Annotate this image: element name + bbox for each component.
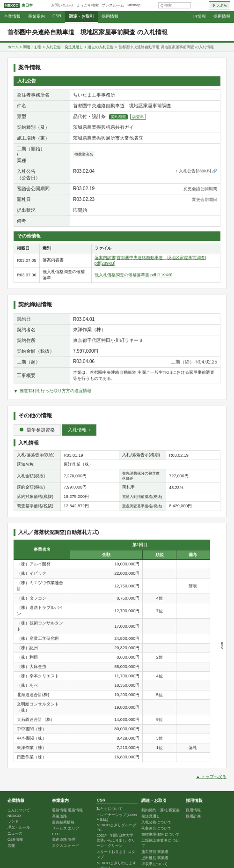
footer-link[interactable]: 施工整理 事業者 [141,849,182,854]
nav-item-csr[interactable]: CSR [49,11,65,23]
footer-link[interactable]: 広報 [7,843,48,848]
footer-link[interactable]: 落案連合について [141,826,182,831]
tab-bid[interactable]: 入札情報 › [62,424,96,436]
footer-col-title: 企業情報 [7,798,48,805]
other-table-row: R03.07.06 低入札価格調査の候補落輩 低入札価格調査の候補落輩書.pdf… [14,267,220,283]
company-rank: 4位 [143,594,176,603]
footer-link[interactable]: 2021年 年間/日本大学 普通からふり出し グリーン・グリーン [96,833,137,848]
company-name: （株）幸本クリエスト [14,672,70,681]
footer-link[interactable]: サービス エリア [52,826,93,831]
company-rank: 4位 [143,672,176,681]
footer-link[interactable]: 道路結果情報 [52,820,93,825]
footer-col: 企業情報こんについてNEXCOランド理念・ルールニュースCSR情報広報 [7,798,48,868]
footer-link[interactable]: 理念・ルール [7,825,48,830]
table-row: 工事概要 本業は、首都圏中央連絡自動車道 主圏こ一般生TK山における家屋事前調査… [14,368,220,384]
other-file-2[interactable]: 低入札価格調査の候補落輩書.pdf [119KB] [91,267,220,283]
footer-link[interactable]: こんについて [7,808,48,813]
nav-item-company[interactable]: 企業情報 [0,11,24,23]
breadcrumb-bids[interactable]: 入札公告・発注見通し [46,45,83,49]
other-table-header: 掲載日 種別 ファイル [14,244,220,253]
nav-item-procurement[interactable]: 調達・お取引 [65,11,98,23]
footer-link[interactable]: 採用計画 [186,814,227,819]
footer-link[interactable]: NEXCO [7,814,48,818]
label-location-s: 契約種別（及） [14,122,70,133]
header-link-sitemap[interactable]: Sitemap [127,3,140,8]
open-date-change-label: 変更会期開日 [192,197,217,203]
breadcrumb-home[interactable]: ホーム [7,45,19,49]
tab-competitor[interactable]: 競争参加資格 [14,424,61,436]
bid-table-row: （株）イビック 22,000,000円 [14,569,210,579]
nav-utility-recruit[interactable]: 採用情報 [210,11,234,23]
footer-link[interactable]: ランド [7,819,48,824]
bid-table-row: 大石義連合計（株） 14,030,000円 9位 [14,715,210,725]
table-row: 審議会公開期間 R03.02.19 変更会議公開期間 [14,184,220,194]
footer-link[interactable]: NEXCOまきり出します レポート [96,861,137,868]
value-design-price: 18,275,000円 [61,492,119,502]
header-link-welcome[interactable]: ようこそ検索 [76,3,99,8]
other-info-title: その他情報 [14,231,220,241]
company-note [176,653,210,662]
header-link-contact[interactable]: お問い合わせ [51,3,73,8]
breadcrumb-procurement[interactable]: 調達・お引 [23,45,42,49]
company-note: 辞表 [176,579,210,594]
footer-link[interactable]: 高速道路 [52,814,93,819]
label-name: 件名 [14,101,70,111]
value-contract-amt: 7,997,000円 [61,483,119,492]
company-rank [143,560,176,569]
main-content: 案件情報 入札公告 発注者事務所名 ちいたま工事事務所 件名 首都圏中央連絡自動… [0,52,234,791]
col-company: 事業者名 [14,540,70,560]
value-contract-amount: 7,997,000円 [70,346,220,357]
footer-link[interactable]: NEXCOまきりグループFC [96,823,137,832]
col-rank: 順位 [143,550,176,560]
company-rank [143,753,176,762]
top-link-anchor[interactable]: ▲ トップへ戻る [196,774,227,779]
nav-item-recruit[interactable]: 採用情報 [98,11,122,23]
company-name: （株）アルイ開発 [14,560,70,569]
footer-link[interactable]: ネクスコ オード [52,843,93,848]
table-row: 契約日 R03.04.01 [14,314,220,325]
value-issuer: ちいたま工事事務所 [70,90,220,101]
footer-link[interactable]: 工場施工事業者に ついて [141,838,182,848]
label-bid-period: 入札/落落告示(収給) [14,451,61,460]
footer-col-title: 調達・お取引 [141,798,182,805]
bid-table-row: （株）タフコン 8,750,000円 4位 [14,594,210,603]
nav-utility-ir[interactable]: IR情報 [190,11,210,23]
footer-link[interactable]: CSR情報 [7,837,48,842]
footer-link[interactable]: ETC [52,832,93,836]
footer-link[interactable]: 発注見通し [141,814,182,819]
collapse-label: 推進有利を行った取り方方の適宜情報 [20,388,91,394]
footer-link[interactable]: 契約契約・落札 審査会 [141,808,182,813]
value-location-e: 茨城県農業振興展所市大常他省立 [70,133,220,144]
footer: 企業情報こんについてNEXCOランド理念・ルールニュースCSR情報広報事業案内道… [0,791,234,868]
company-rank [143,700,176,715]
footer-link[interactable]: 提出種別 事業者 [141,855,182,861]
collapse-icon: ▼ [14,389,18,393]
company-note [176,603,210,619]
footer-link[interactable]: 私たちについて [96,806,137,811]
company-rank: 7位 [143,603,176,619]
company-note [176,700,210,715]
footer-link[interactable]: トレイナーシップ(Class + S&L) [96,812,137,822]
nav-item-business[interactable]: 事業案内 [24,11,49,23]
footer-link[interactable]: 高速道路 管理 [52,837,93,842]
footer-link[interactable]: ニュース [7,831,48,836]
draburu-link[interactable]: ドラぷら [209,1,230,9]
collapse-row[interactable]: ▼ 推進有利を行った取り方方の適宜情報 [14,388,220,394]
top-link[interactable]: ▲ トップへ戻る [7,774,227,780]
footer-link[interactable]: 採用情報 [186,808,227,813]
label-contractor: 契約者名 [14,325,70,335]
search-input[interactable] [158,2,191,8]
other-file-1[interactable]: 落案内訳書[首都圏中央連絡自動車道 境地区家屋事前調査] pdf[289KB] [91,253,220,267]
label-outline: 工事概要 [14,368,70,384]
label-type: 類型 [14,111,70,122]
footer-link[interactable]: 入札公告について [141,820,182,825]
footer-link[interactable]: 道路情報 道路情報 [52,808,93,813]
footer-link[interactable]: スタートおります スタンプ [96,849,137,860]
footer-link[interactable]: 準表準について [141,861,182,867]
header-link-press[interactable]: プレスルーム [102,3,124,8]
other-section-title: その他の情報 [14,412,220,420]
other-date-1: R03.07.05 [14,253,40,267]
footer-link[interactable]: 競標準準価格 について [141,832,182,837]
table-row: 落知名称 東洋作業（株） [14,460,220,469]
breadcrumb-past[interactable]: 過去の入札公告 [88,45,114,49]
